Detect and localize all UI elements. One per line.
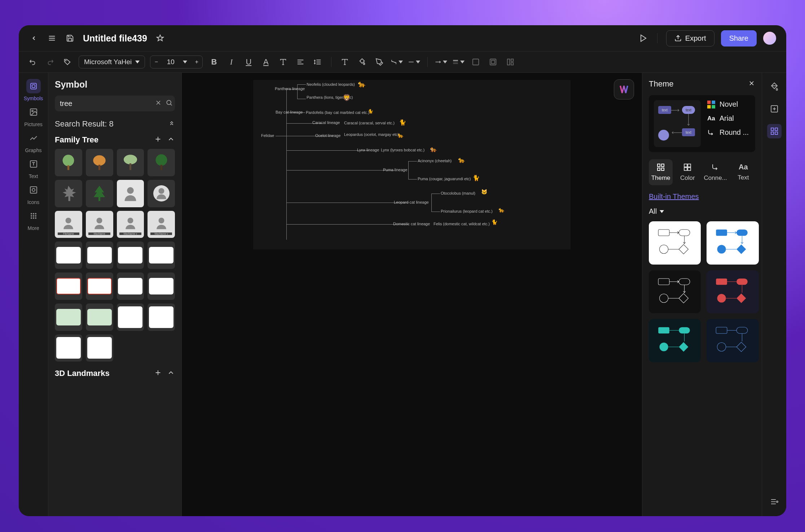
svg-rect-44: [661, 164, 664, 167]
rail-more[interactable]: More: [22, 208, 45, 232]
font-size-dropdown[interactable]: [179, 56, 191, 68]
shape-outline-button[interactable]: [470, 56, 482, 68]
font-size-value[interactable]: 10: [162, 58, 179, 66]
tab-color[interactable]: Color: [676, 159, 699, 185]
symbol-card-10[interactable]: [86, 303, 113, 331]
shape-fill-button[interactable]: [487, 56, 499, 68]
italic-button[interactable]: I: [225, 56, 237, 68]
symbol-tree-3[interactable]: [117, 149, 144, 176]
svg-point-56: [717, 245, 726, 253]
built-in-themes-link[interactable]: Built-in Themes: [649, 192, 755, 201]
line-spacing-button[interactable]: [312, 56, 324, 68]
collapse-category-icon-2[interactable]: [167, 369, 175, 378]
symbol-card-8[interactable]: [148, 272, 175, 300]
search-input[interactable]: [60, 99, 151, 108]
bold-button[interactable]: B: [208, 56, 220, 68]
menu-button[interactable]: [47, 33, 57, 43]
theme-card-1[interactable]: [649, 221, 701, 265]
symbol-card-13[interactable]: [55, 334, 82, 362]
phylogeny-diagram[interactable]: Felidae Panthera lineage Neofelis (cloud…: [253, 80, 571, 249]
symbol-tree-4[interactable]: [148, 149, 175, 176]
symbol-card-6[interactable]: [86, 272, 113, 300]
line-style-button[interactable]: [408, 56, 420, 68]
collapse-results-icon[interactable]: [168, 119, 175, 129]
symbol-person-2[interactable]: [148, 180, 175, 207]
symbol-card-4[interactable]: [148, 241, 175, 269]
underline-button[interactable]: U: [242, 56, 255, 68]
theme-card-4[interactable]: [707, 270, 758, 314]
rail-text[interactable]: Text: [22, 156, 45, 180]
symbol-tree-5[interactable]: [55, 180, 82, 207]
text-tool[interactable]: [339, 56, 351, 68]
theme-filter[interactable]: All: [649, 207, 755, 216]
font-row[interactable]: AaArial: [707, 114, 750, 123]
save-icon[interactable]: [65, 33, 75, 43]
symbol-person-card-1[interactable]: FileName: [55, 211, 82, 238]
tab-text[interactable]: AaText: [731, 159, 755, 185]
rail-icons[interactable]: Icons: [22, 182, 45, 206]
symbol-card-14[interactable]: [86, 334, 113, 362]
close-panel-icon[interactable]: [748, 80, 755, 88]
theme-card-3[interactable]: [649, 270, 701, 314]
user-avatar[interactable]: [763, 32, 776, 45]
symbol-card-2[interactable]: [86, 241, 113, 269]
symbol-card-1[interactable]: [55, 241, 82, 269]
search-icon[interactable]: [166, 99, 173, 108]
theme-card-5[interactable]: [649, 319, 701, 362]
tab-theme[interactable]: Theme: [649, 159, 673, 185]
align-button[interactable]: [294, 56, 307, 68]
font-color-button[interactable]: A: [260, 56, 272, 68]
font-size-decrease[interactable]: −: [150, 56, 162, 68]
symbol-card-11[interactable]: [117, 303, 144, 331]
tag-button[interactable]: [61, 56, 74, 68]
add-category-icon[interactable]: [154, 135, 162, 145]
play-button[interactable]: [638, 33, 648, 43]
theme-card-2[interactable]: [707, 221, 758, 265]
symbol-person-card-3[interactable]: MaxName v: [117, 211, 144, 238]
favorite-button[interactable]: [155, 33, 165, 43]
symbol-card-9[interactable]: [55, 303, 82, 331]
text-style-button[interactable]: [277, 56, 289, 68]
connector-row[interactable]: Round ...: [707, 128, 750, 137]
font-size-increase[interactable]: +: [191, 56, 202, 68]
rail-pictures[interactable]: Pictures: [22, 104, 45, 128]
right-rail-fill[interactable]: [767, 79, 782, 94]
svg-point-34: [158, 188, 164, 194]
symbol-card-5[interactable]: [55, 272, 82, 300]
clear-search-icon[interactable]: [155, 99, 162, 108]
symbol-person-card-4[interactable]: MaxName v: [148, 211, 175, 238]
line-weight-button[interactable]: [452, 56, 465, 68]
color-scheme-row[interactable]: Novel: [707, 100, 750, 108]
symbol-person-card-2[interactable]: MaxName: [86, 211, 113, 238]
font-family-select[interactable]: Microsoft YaHei: [79, 56, 145, 68]
canvas[interactable]: Felidae Panthera lineage Neofelis (cloud…: [182, 73, 642, 516]
add-category-icon-2[interactable]: [154, 369, 162, 378]
share-button[interactable]: Share: [721, 30, 757, 46]
layout-button[interactable]: [504, 56, 516, 68]
highlight-button[interactable]: [373, 56, 386, 68]
redo-button[interactable]: [44, 56, 56, 68]
symbol-person-1[interactable]: [117, 180, 144, 207]
right-rail-theme[interactable]: [767, 124, 782, 138]
collapse-category-icon[interactable]: [167, 135, 175, 145]
symbol-tree-2[interactable]: [86, 149, 113, 176]
connector-button[interactable]: [391, 56, 403, 68]
symbol-card-12[interactable]: [148, 303, 175, 331]
symbol-card-7[interactable]: [117, 272, 144, 300]
symbol-tree-6[interactable]: [86, 180, 113, 207]
rail-graphs[interactable]: Graphs: [22, 130, 45, 154]
symbol-tree-1[interactable]: [55, 149, 82, 176]
symbol-card-3[interactable]: [117, 241, 144, 269]
right-rail-import[interactable]: [767, 102, 782, 116]
undo-button[interactable]: [27, 56, 39, 68]
fill-color-button[interactable]: [356, 56, 368, 68]
right-rail-settings[interactable]: [767, 495, 782, 509]
rail-symbols[interactable]: Symbols: [22, 78, 45, 102]
theme-card-6[interactable]: [707, 319, 758, 362]
back-button[interactable]: [29, 33, 39, 43]
tab-connector[interactable]: Conne...: [703, 159, 729, 185]
file-title[interactable]: Untitled file439: [83, 33, 147, 44]
arrow-start-button[interactable]: [435, 56, 447, 68]
export-button[interactable]: Export: [666, 30, 714, 46]
ai-assistant-button[interactable]: [614, 79, 634, 99]
